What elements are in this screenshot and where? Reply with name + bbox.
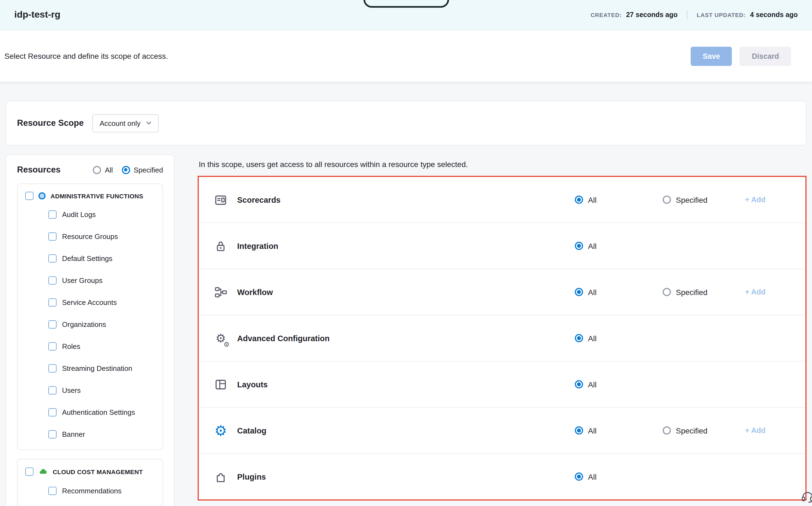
resource-name: Scorecards [237,195,575,204]
resource-item-label: Audit Logs [62,210,96,219]
group-header[interactable]: ADMINISTRATIVE FUNCTIONS [18,192,163,203]
resource-name: Plugins [237,472,575,481]
all-radio[interactable] [575,288,583,296]
specified-radio[interactable] [122,166,130,174]
group-checkbox[interactable] [25,468,33,476]
resources-panel: Resources All Specified ADMINISTRATIVE F… [5,154,175,506]
checkbox[interactable] [48,320,57,328]
specified-radio[interactable] [663,195,671,204]
resource-row-catalog: ⚙ Catalog All Specified + Add [199,408,805,454]
specified-label: Specified [676,426,707,435]
all-label: All [588,334,597,343]
checkbox[interactable] [48,408,57,416]
cloud-cost-icon [38,467,48,476]
scope-detail: In this scope, users get access to all r… [198,154,807,501]
checkbox[interactable] [48,342,57,350]
administrative-functions-icon [38,192,45,199]
resource-item-default-settings[interactable]: Default Settings [18,247,163,269]
specified-label: Specified [676,195,707,204]
group-label: CLOUD COST MANAGEMENT [53,469,143,475]
discard-button[interactable]: Discard [740,47,791,66]
all-label: All [588,472,597,481]
resources-specified-option[interactable]: Specified [122,166,163,174]
resource-item-users[interactable]: Users [18,379,163,401]
scope-dropdown[interactable]: Account only [93,114,159,132]
divider [687,10,687,19]
all-radio[interactable] [93,166,101,174]
advanced-configuration-icon: ⚙ ⚙ [213,330,228,346]
last-updated-value: 4 seconds ago [750,11,798,19]
resource-item-recommendations[interactable]: Recommendations [18,480,163,502]
specified-radio[interactable] [663,288,671,296]
checkbox[interactable] [48,430,57,438]
resource-item-label: Roles [62,342,81,350]
resource-item-service-accounts[interactable]: Service Accounts [18,291,163,313]
group-header[interactable]: CLOUD COST MANAGEMENT [18,467,163,480]
app-window: idp-test-rg CREATED: 27 seconds ago LAST… [0,0,812,506]
created-value: 27 seconds ago [626,11,678,19]
resource-scope-card: Resource Scope Account only [5,100,807,146]
resource-row-integration: Integration All [199,223,805,269]
all-label: All [588,426,597,435]
resource-item-user-groups[interactable]: User Groups [18,269,163,291]
resource-name: Advanced Configuration [237,334,575,343]
resource-item-banner[interactable]: Banner [18,423,163,445]
all-radio[interactable] [575,242,583,250]
resource-item-organizations[interactable]: Organizations [18,313,163,335]
all-radio[interactable] [575,426,583,435]
resource-item-authentication-settings[interactable]: Authentication Settings [18,401,163,423]
action-toolbar: Select Resource and define its scope of … [0,30,812,82]
all-radio[interactable] [575,195,583,204]
notification-pill [363,0,449,8]
all-radio[interactable] [575,334,583,342]
checkbox[interactable] [48,386,57,394]
resource-row-advanced-configuration: ⚙ ⚙ Advanced Configuration All [199,315,805,361]
last-updated-label: LAST UPDATED: [697,11,745,18]
add-button[interactable]: + Add [745,288,766,296]
resource-group-cloud-cost-management: CLOUD COST MANAGEMENT Recommendations [17,459,163,506]
resource-item-label: Users [62,386,81,394]
specified-label: Specified [676,287,707,297]
resource-item-label: Banner [62,430,85,438]
checkbox[interactable] [48,364,57,372]
workflow-icon [213,284,228,300]
created-label: CREATED: [591,11,621,18]
save-button[interactable]: Save [691,47,732,66]
resources-all-option[interactable]: All [93,166,113,174]
all-label: All [588,287,597,297]
resource-name: Layouts [237,380,575,389]
group-checkbox[interactable] [25,192,33,200]
resource-item-label: Resource Groups [62,232,118,240]
resource-item-roles[interactable]: Roles [18,335,163,357]
specified-radio-label: Specified [134,166,163,174]
add-button[interactable]: + Add [745,426,766,435]
resource-item-label: Streaming Destination [62,364,132,372]
resource-row-layouts: Layouts All [199,361,805,408]
resource-item-label: Recommendations [62,487,122,495]
checkbox[interactable] [48,232,57,240]
resource-item-streaming-destination[interactable]: Streaming Destination [18,357,163,379]
catalog-gear-icon: ⚙ [213,423,228,438]
all-label: All [588,380,597,389]
all-label: All [588,242,597,250]
page-title: idp-test-rg [14,9,61,20]
specified-radio[interactable] [663,426,671,435]
resource-item-label: Authentication Settings [62,408,135,416]
resource-item-audit-logs[interactable]: Audit Logs [18,203,163,225]
resource-item-label: Organizations [62,320,106,328]
checkbox[interactable] [48,276,57,284]
checkbox[interactable] [48,298,57,306]
all-radio[interactable] [575,380,583,389]
gear-icon: ⚙ [214,423,227,438]
support-headset-icon[interactable] [801,490,812,504]
resource-row-plugins: Plugins All [199,454,805,499]
add-button[interactable]: + Add [745,195,766,204]
layouts-icon [213,376,228,392]
plugins-puzzle-icon [213,469,228,484]
checkbox[interactable] [48,487,57,495]
resource-row-scorecards: Scorecards All Specified + Add [199,177,805,223]
all-radio[interactable] [575,473,583,481]
resource-item-resource-groups[interactable]: Resource Groups [18,225,163,247]
checkbox[interactable] [48,210,57,219]
checkbox[interactable] [48,254,57,262]
